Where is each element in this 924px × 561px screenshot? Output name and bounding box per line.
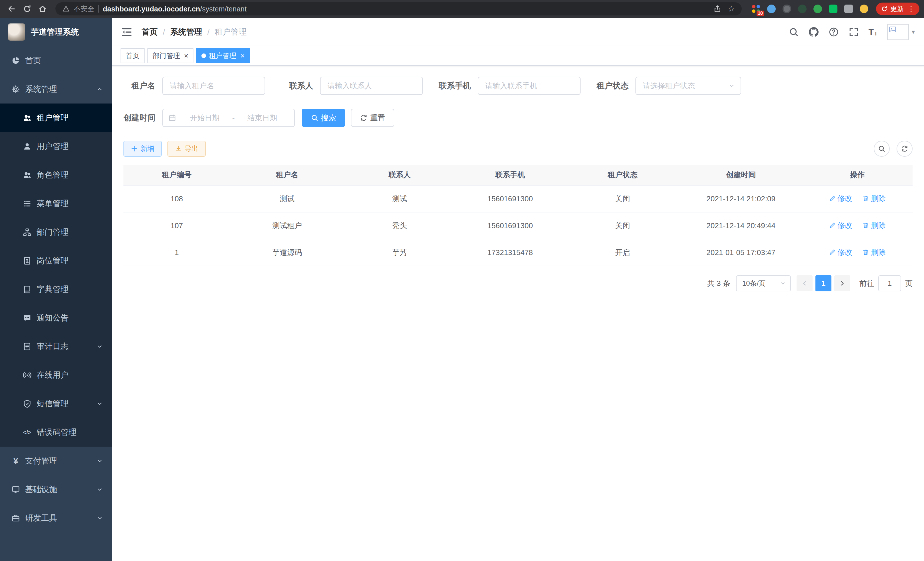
next-page-button[interactable] (834, 275, 850, 291)
search-icon (311, 114, 318, 122)
sidebar-fold-icon[interactable] (121, 26, 133, 38)
profile-avatar-icon[interactable] (858, 3, 870, 15)
close-icon[interactable]: × (184, 52, 188, 59)
sidebar-item-departments[interactable]: 部门管理 (0, 218, 112, 247)
sidebar-item-tenant[interactable]: 租户管理 (0, 104, 112, 132)
sidebar-label: 在线用户 (37, 370, 69, 381)
update-button[interactable]: 更新 ⋮ (876, 3, 920, 15)
breadcrumb-home[interactable]: 首页 (142, 27, 158, 38)
breadcrumb-system[interactable]: 系统管理 (170, 27, 202, 38)
sidebar-label: 角色管理 (37, 170, 69, 180)
cell-tenant-name: 芋道源码 (230, 239, 344, 266)
sidebar-label: 支付管理 (25, 456, 57, 466)
sidebar-item-menus[interactable]: 菜单管理 (0, 189, 112, 218)
end-date-placeholder: 结束日期 (236, 113, 289, 123)
sidebar-item-online-users[interactable]: 在线用户 (0, 361, 112, 390)
puzzle-extension-icon[interactable] (842, 3, 855, 15)
sidebar-group-system[interactable]: 系统管理 (0, 75, 112, 104)
help-icon[interactable] (829, 27, 839, 37)
sidebar-item-dictionary[interactable]: 字典管理 (0, 275, 112, 304)
browser-menu-icon[interactable]: ⋮ (907, 5, 915, 13)
font-size-icon[interactable]: TT (868, 28, 878, 36)
page-jump-input[interactable] (878, 275, 901, 291)
toggle-search-button[interactable] (874, 141, 890, 157)
back-icon[interactable] (4, 2, 19, 16)
extension-chat-icon[interactable] (827, 3, 839, 15)
sidebar: 芋道管理系统 首页 系统管理 租户管理 (0, 18, 112, 561)
edit-link[interactable]: 修改 (829, 247, 852, 257)
reload-icon[interactable] (20, 2, 34, 16)
menu-list-icon (23, 199, 32, 208)
prev-page-button[interactable] (796, 275, 813, 291)
fullscreen-icon[interactable] (849, 27, 859, 37)
tab-label: 首页 (126, 51, 140, 60)
download-icon (175, 145, 182, 152)
browser-home-icon[interactable] (35, 2, 50, 16)
error-code-icon: </> (23, 428, 32, 437)
search-button[interactable]: 搜索 (302, 109, 345, 127)
app-logo[interactable]: 芋道管理系统 (0, 18, 112, 46)
edit-icon (829, 222, 836, 229)
tenant-status-select[interactable]: 请选择租户状态 (635, 77, 741, 95)
refresh-table-button[interactable] (897, 141, 913, 157)
sidebar-label: 审计日志 (37, 341, 69, 352)
delete-link[interactable]: 删除 (862, 220, 886, 230)
yen-icon: ¥ (11, 457, 20, 465)
sidebar-group-devtools[interactable]: 研发工具 (0, 504, 112, 532)
search-icon[interactable] (789, 27, 799, 37)
phone-input[interactable] (478, 77, 580, 95)
github-icon[interactable] (808, 27, 819, 37)
edit-link[interactable]: 修改 (829, 194, 852, 204)
tab-home[interactable]: 首页 (121, 48, 145, 63)
extension-colored-dots-icon[interactable]: 10 (750, 3, 762, 15)
extension-globe-icon[interactable] (781, 3, 793, 15)
sidebar-group-payment[interactable]: ¥ 支付管理 (0, 447, 112, 475)
cell-created: 2021-01-05 17:03:47 (680, 239, 802, 266)
sidebar-group-audit-log[interactable]: 审计日志 (0, 332, 112, 361)
breadcrumb: 首页 / 系统管理 / 租户管理 (142, 27, 247, 38)
active-dot (201, 53, 206, 58)
system-submenu: 租户管理 用户管理 角色管理 菜单管理 (0, 104, 112, 447)
extension-green-icon[interactable] (812, 3, 824, 15)
delete-link[interactable]: 删除 (862, 247, 886, 257)
share-icon[interactable] (713, 5, 722, 13)
sidebar-item-notices[interactable]: 通知公告 (0, 304, 112, 332)
tab-tenant[interactable]: 租户管理 × (196, 48, 250, 63)
sidebar-item-roles[interactable]: 角色管理 (0, 161, 112, 189)
page-size-select[interactable]: 10条/页 (736, 275, 791, 291)
contact-input[interactable] (320, 77, 423, 95)
update-reload-icon (881, 6, 887, 12)
plus-icon (131, 145, 138, 152)
online-users-icon (23, 371, 32, 379)
filter-row-1: 租户名 联系人 联系手机 租户状态 请选择租户状态 (123, 77, 913, 95)
user-avatar-menu[interactable]: ▾ (887, 24, 915, 40)
page-1-button[interactable]: 1 (815, 275, 831, 291)
extension-blue-icon[interactable] (765, 3, 778, 15)
header-actions: TT ▾ (789, 24, 915, 40)
cell-tenant-id: 107 (123, 212, 230, 239)
sidebar-item-posts[interactable]: 岗位管理 (0, 247, 112, 275)
create-time-range-picker[interactable]: 开始日期 - 结束日期 (162, 109, 295, 127)
delete-link[interactable]: 删除 (862, 194, 886, 204)
sidebar-item-home[interactable]: 首页 (0, 46, 112, 75)
reset-button[interactable]: 重置 (351, 109, 394, 127)
extensions-cluster: 10 (750, 3, 870, 15)
add-button[interactable]: 新增 (123, 141, 162, 157)
bookmark-star-icon[interactable]: ☆ (728, 5, 735, 13)
select-placeholder: 请选择租户状态 (643, 81, 695, 91)
tab-department[interactable]: 部门管理 × (147, 48, 194, 63)
sidebar-group-infrastructure[interactable]: 基础设施 (0, 475, 112, 504)
logo-avatar (8, 23, 25, 41)
trash-icon (862, 222, 869, 229)
tenant-name-input[interactable] (162, 77, 265, 95)
cell-tenant-id: 1 (123, 239, 230, 266)
edit-link[interactable]: 修改 (829, 220, 852, 230)
extension-dark-green-icon[interactable] (796, 3, 808, 15)
export-button[interactable]: 导出 (167, 141, 206, 157)
close-icon[interactable]: × (240, 52, 244, 59)
sidebar-item-error-codes[interactable]: </> 错误码管理 (0, 418, 112, 447)
address-bar[interactable]: 不安全 dashboard.yudao.iocoder.cn/system/te… (56, 2, 742, 15)
sidebar-group-sms[interactable]: 短信管理 (0, 390, 112, 418)
sidebar-item-users[interactable]: 用户管理 (0, 132, 112, 161)
app-frame: 芋道管理系统 首页 系统管理 租户管理 (0, 18, 924, 561)
